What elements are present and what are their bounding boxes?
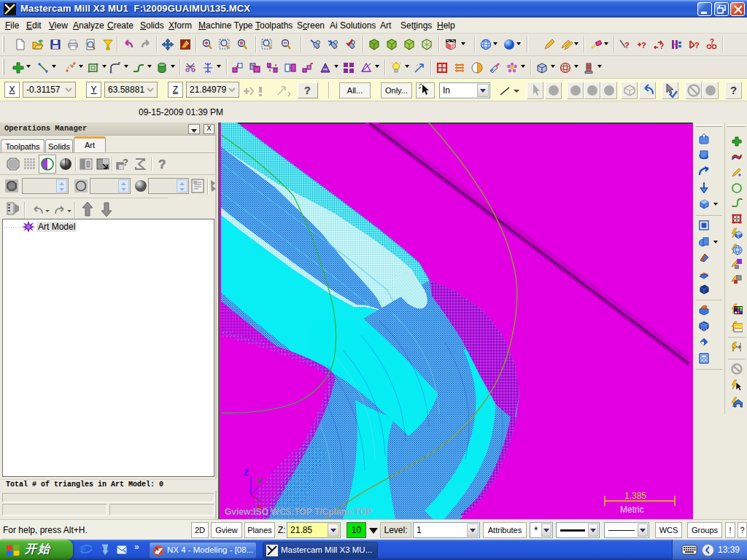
svg-text:?: ? xyxy=(304,85,311,96)
svg-text:?: ? xyxy=(659,42,664,50)
svg-text:?: ? xyxy=(694,41,700,50)
svg-text:Gview:ISO WCS:TOP T/Cplane: Gview:ISO WCS:TOP T/Cplane:TOP xyxy=(225,507,372,517)
svg-text:?: ? xyxy=(123,157,128,168)
svg-text:?: ? xyxy=(624,41,630,50)
svg-text:?: ? xyxy=(730,84,737,96)
svg-text:?: ? xyxy=(710,39,714,46)
svg-text:?: ? xyxy=(641,41,646,50)
svg-text:1.385: 1.385 xyxy=(624,491,646,501)
svg-text:Metric: Metric xyxy=(620,505,644,515)
svg-text:Y: Y xyxy=(257,477,263,486)
svg-text:Z: Z xyxy=(244,468,249,477)
svg-text:?: ? xyxy=(158,158,166,171)
svg-text:e: e xyxy=(80,542,86,556)
